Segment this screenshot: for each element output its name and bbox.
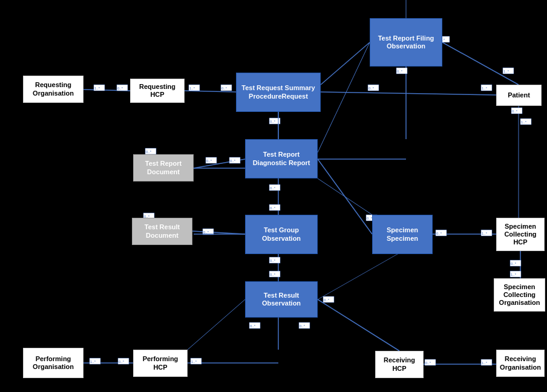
svg-text:1..*: 1..* <box>189 87 195 90</box>
svg-text:0..*: 0..* <box>146 150 152 154</box>
svg-text:0..*: 0..* <box>270 186 276 190</box>
svg-rect-59 <box>481 359 492 365</box>
svg-text:0..*: 0..* <box>206 159 212 163</box>
svg-line-2 <box>321 92 496 95</box>
svg-text:0..*: 0..* <box>324 298 330 302</box>
svg-rect-37 <box>269 185 280 191</box>
svg-text:1..*: 1..* <box>521 120 527 124</box>
test-report-diagnostic-node[interactable]: Test Report Diagnostic Report <box>245 139 318 178</box>
requesting-hcp-node[interactable]: Requesting HCP <box>130 79 185 103</box>
svg-rect-51 <box>90 358 100 364</box>
test-result-observation-node[interactable]: Test Result Observation <box>245 281 318 318</box>
svg-text:0..*: 0..* <box>512 109 518 113</box>
svg-text:1..*: 1..* <box>191 360 197 364</box>
svg-rect-65 <box>229 157 240 163</box>
svg-rect-29 <box>368 85 379 91</box>
svg-rect-61 <box>145 148 156 154</box>
svg-line-1 <box>185 91 236 92</box>
svg-line-6 <box>194 159 245 168</box>
svg-text:0..*: 0..* <box>300 324 306 328</box>
svg-line-74 <box>188 299 245 350</box>
svg-rect-95 <box>299 322 310 328</box>
svg-text:1..*: 1..* <box>482 361 488 365</box>
svg-rect-35 <box>269 118 280 124</box>
test-report-document-node[interactable]: Test Report Document <box>133 154 194 181</box>
svg-rect-69 <box>203 229 214 235</box>
svg-rect-39 <box>269 204 280 211</box>
svg-text:0..*: 0..* <box>117 87 123 90</box>
svg-text:0..*: 0..* <box>511 262 517 266</box>
svg-rect-27 <box>221 85 232 91</box>
svg-rect-91 <box>323 296 334 302</box>
svg-text:1..*: 1..* <box>482 87 488 90</box>
svg-rect-93 <box>249 322 260 328</box>
svg-text:0..*: 0..* <box>119 360 125 364</box>
svg-rect-47 <box>436 230 447 236</box>
svg-text:0..*: 0..* <box>397 70 403 73</box>
svg-line-18 <box>442 42 519 85</box>
svg-text:0..*: 0..* <box>270 273 276 276</box>
specimen-collecting-org-node[interactable]: Specimen Collecting Organisation <box>494 278 545 312</box>
svg-text:0..*: 0..* <box>436 232 442 235</box>
svg-text:1..*: 1..* <box>94 87 100 90</box>
svg-rect-49 <box>481 230 492 236</box>
svg-line-0 <box>84 90 130 91</box>
test-request-summary-node[interactable]: Test Request Summary ProcedureRequest <box>236 73 321 112</box>
svg-text:0..*: 0..* <box>203 230 209 234</box>
svg-text:0..*: 0..* <box>270 120 276 123</box>
svg-text:1..*: 1..* <box>90 360 96 364</box>
svg-text:0..*: 0..* <box>368 87 375 90</box>
svg-line-73 <box>318 178 372 215</box>
svg-text:0..*: 0..* <box>270 206 276 210</box>
svg-rect-25 <box>189 85 200 91</box>
performing-org-node[interactable]: Performing Organisation <box>23 348 84 378</box>
svg-rect-57 <box>425 359 436 365</box>
svg-text:1..*: 1..* <box>511 273 517 276</box>
svg-rect-41 <box>269 257 280 263</box>
svg-line-9 <box>192 231 245 234</box>
svg-text:0..*: 0..* <box>250 324 256 328</box>
specimen-specimen-node[interactable]: Specimen Specimen <box>372 215 433 254</box>
requesting-org-node[interactable]: Requesting Organisation <box>23 76 84 103</box>
svg-line-8 <box>318 159 372 234</box>
test-group-observation-node[interactable]: Test Group Observation <box>245 215 318 254</box>
svg-rect-21 <box>94 85 105 91</box>
svg-line-16 <box>318 299 399 351</box>
svg-rect-33 <box>396 68 407 74</box>
test-report-filing-node[interactable]: Test Report Filing Observation <box>370 18 442 67</box>
svg-rect-31 <box>481 85 492 91</box>
svg-rect-63 <box>206 157 217 163</box>
svg-text:0..*: 0..* <box>270 259 276 263</box>
svg-text:1..*: 1..* <box>503 70 509 73</box>
svg-rect-89 <box>510 271 521 277</box>
svg-rect-87 <box>510 260 521 266</box>
svg-rect-83 <box>511 108 522 114</box>
svg-rect-81 <box>503 68 514 74</box>
svg-text:0..*: 0..* <box>230 159 236 163</box>
receiving-hcp-node[interactable]: Receiving HCP <box>375 351 424 378</box>
svg-text:0..*: 0..* <box>425 361 431 365</box>
svg-rect-85 <box>520 119 531 125</box>
svg-line-20 <box>321 42 370 85</box>
connections-svg: 1..* 0..* 1..* 0..* 0..* 1..* 0..* 0..* … <box>0 0 547 392</box>
svg-text:0..*: 0..* <box>221 87 228 90</box>
specimen-collecting-hcp-node[interactable]: Specimen Collecting HCP <box>496 218 545 251</box>
receiving-org-node[interactable]: Receiving Organisation <box>496 350 545 377</box>
svg-rect-55 <box>191 358 201 364</box>
performing-hcp-node[interactable]: Performing HCP <box>133 350 188 377</box>
svg-text:1..*: 1..* <box>482 232 488 235</box>
svg-rect-53 <box>118 358 129 364</box>
diagram-container: 1..* 0..* 1..* 0..* 0..* 1..* 0..* 0..* … <box>0 0 547 392</box>
svg-rect-23 <box>117 85 128 91</box>
test-result-document-node[interactable]: Test Result Document <box>132 218 192 245</box>
patient-node[interactable]: Patient <box>496 85 542 106</box>
svg-rect-43 <box>269 271 280 277</box>
svg-line-77 <box>318 42 370 152</box>
